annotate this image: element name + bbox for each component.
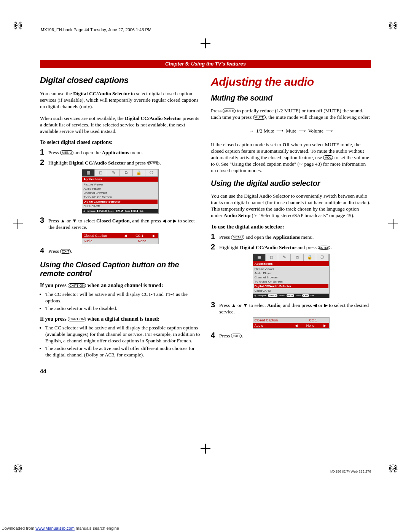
menu-item-highlighted: Digital CC/Audio Selector (254, 284, 328, 288)
step: 1 Press MENU and open the Applications m… (40, 148, 200, 157)
right-arrow-icon: ▶ (322, 324, 328, 328)
menu-item: Audio Player (84, 187, 157, 191)
steps-list: 4 Press EXIT. (211, 331, 371, 340)
left-arrow-icon: ◀ (293, 324, 299, 328)
up-arrow-icon: ▲ (231, 302, 236, 308)
left-column: Digital closed captions You can use the … (40, 75, 200, 374)
menu-item-highlighted: Digital CC/Audio Selector (83, 200, 158, 204)
selector-row-hl: Audio ◀ None ▶ (253, 323, 329, 328)
step: 2 Highlight Digital CC/Audio Selector an… (211, 243, 371, 251)
heading-adjusting-audio: Adjusting the audio (211, 75, 371, 88)
crop-mark-icon (389, 464, 398, 473)
menu-body: Picture Viewer Audio Player Channel Brow… (82, 182, 158, 209)
paragraph: If the closed caption mode is set to Off… (211, 141, 371, 174)
manualslib-link[interactable]: www.Manualslib.com (35, 526, 75, 530)
mute-button-icon: MUTE (223, 109, 236, 113)
audio-selector-figure: Closed Caption CC 1 Audio ◀ None ▶ (253, 317, 330, 329)
steps-list: 3 Press ▲ or ▼ to select Closed Caption,… (40, 216, 200, 230)
paragraph: You can use the Digital CC/Audio Selecto… (40, 90, 200, 110)
subheading-to-use: To use the digital audio selector: (211, 224, 371, 230)
menu-body: Picture Viewer Audio Player Channel Brow… (253, 266, 329, 294)
applications-menu-figure: ▦ ◻ ✎ ⧉ 🔒 ⎔ Applications Picture Viewer … (82, 169, 159, 214)
menu-item: TV Guide On Screen (84, 195, 157, 199)
menu-button-icon: MENU (60, 150, 73, 155)
tab-icon: 🔒 (133, 169, 145, 176)
step-text: Press MENU and open the Applications men… (219, 232, 371, 240)
caption-button-icon: CAPTION (68, 317, 86, 321)
navigate-icon: ✥ (254, 294, 256, 297)
right-arrow-icon: ▶ (324, 302, 328, 308)
menu-title: Applications (82, 177, 158, 182)
heading-digital-cc: Digital closed captions (40, 75, 200, 85)
steps-list: 1 Press MENU and open the Applications m… (211, 232, 371, 251)
step-number: 4 (40, 246, 48, 255)
step: 3 Press ▲ or ▼ to select Audio, and then… (211, 300, 371, 315)
book-header-text: MX196_EN.book Page 44 Tuesday, June 27, … (41, 27, 151, 32)
tab-icon: ✎ (107, 169, 120, 176)
selector-row: Audio None (82, 238, 158, 244)
divider (41, 33, 371, 33)
bullet: The audio selector will be active and wi… (45, 345, 200, 358)
enter-button-icon: ENTER (318, 246, 330, 250)
registration-mark-icon (390, 220, 397, 227)
paragraph: Press MUTE to partially reduce (1/2 MUTE… (211, 107, 371, 120)
bullet: The CC selector will be active and will … (45, 324, 200, 344)
vol-button-icon: VOL (323, 155, 333, 160)
menu-item: Channel Browser (84, 191, 157, 195)
crop-mark-icon (13, 464, 22, 473)
chapter-bar: Chapter 5: Using the TV's features (40, 60, 371, 68)
menu-item: TV Guide On Screen (255, 280, 328, 284)
menu-button-icon: MENU (231, 235, 244, 240)
mute-button-icon: MUTE (253, 115, 266, 120)
menu-item: Audio Player (255, 271, 328, 275)
navigate-icon: ✥ (83, 210, 85, 212)
subheading-to-select: To select digital closed captions: (40, 139, 200, 145)
tab-icon: 🔒 (304, 254, 316, 261)
step-number: 2 (211, 243, 219, 251)
menu-tab-row: ▦ ◻ ✎ ⧉ 🔒 ⎔ (253, 254, 329, 261)
sheet: MX196_EN.book Page 44 Tuesday, June 27, … (40, 23, 371, 475)
right-arrow-icon: ▶ (173, 218, 177, 224)
menu-item: Picture Viewer (255, 267, 328, 271)
step-text: Press EXIT. (48, 246, 200, 254)
footer-right: MX196 (E/F) Web 213:276 (330, 470, 371, 473)
mute-cycle-figure: → 1/2 Mute ⟶ Mute ⟶ Volume ⟶ (242, 126, 341, 136)
tab-icon: ⧉ (291, 254, 303, 261)
paragraph: When such services are not available, th… (40, 115, 200, 134)
step-text: Highlight Digital CC/Audio Selector and … (48, 158, 200, 166)
tab-icon: ▦ (82, 169, 95, 176)
steps-list: 4 Press EXIT. (40, 246, 200, 255)
steps-list: 3 Press ▲ or ▼ to select Audio, and then… (211, 300, 371, 315)
step-text: Highlight Digital CC/Audio Selector and … (219, 243, 371, 251)
step-text: Press ▲ or ▼ to select Audio, and then p… (219, 300, 371, 315)
menu-footer: ✥Navigate ENTERSelect DATABack EXITExit (82, 209, 158, 213)
book-header: MX196_EN.book Page 44 Tuesday, June 27, … (41, 27, 371, 33)
enter-button-icon: ENTER (147, 161, 159, 165)
step-number: 3 (40, 216, 48, 225)
step-number: 1 (211, 232, 219, 241)
cc-selector-figure: Closed Caption ◀ CC 1 ▶ Audio None (82, 233, 159, 244)
left-arrow-icon: ◀ (162, 218, 166, 224)
right-arrow-icon: → (249, 128, 254, 134)
menu-tab-row: ▦ ◻ ✎ ⧉ 🔒 ⎔ (82, 169, 158, 177)
subheading-analog: If you press CAPTION when an analog chan… (40, 283, 200, 289)
step: 2 Highlight Digital CC/Audio Selector an… (40, 158, 200, 167)
tab-icon: ⎔ (316, 254, 329, 261)
pointer-icon: ☞ (253, 213, 257, 218)
page-number: 44 (40, 368, 200, 374)
left-arrow-icon: ◀ (123, 234, 128, 238)
pointer-icon: ☞ (299, 162, 303, 166)
menu-footer: ✥Navigate ENTERSelect DATABack EXITExit (253, 294, 329, 298)
heading-das: Using the digital audio selector (211, 179, 371, 188)
caption-button-icon: CAPTION (68, 283, 86, 288)
step-number: 4 (211, 331, 219, 340)
heading-cc-button: Using the Closed Caption button on the r… (40, 260, 200, 278)
right-arrow-icon: ⟶ (326, 128, 333, 134)
right-arrow-icon: ⟶ (276, 128, 284, 134)
menu-item: Channel Browser (255, 275, 328, 280)
exit-button-icon: EXIT (60, 249, 71, 254)
columns: Digital closed captions You can use the … (40, 75, 371, 374)
selector-row: Closed Caption CC 1 (253, 318, 329, 323)
tab-icon: ⧉ (120, 169, 132, 176)
selector-row-hl: Closed Caption ◀ CC 1 ▶ (82, 233, 158, 238)
